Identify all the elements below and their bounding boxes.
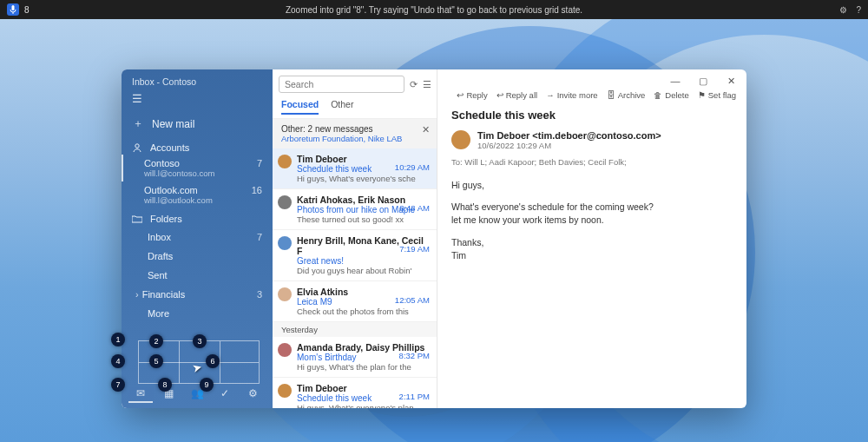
account-name: Contoso	[144, 158, 262, 168]
message-subject: Great news!	[297, 256, 430, 266]
reply-button[interactable]: ↩ Reply	[457, 90, 487, 100]
to-label: To:	[451, 157, 463, 167]
message-list-pane: ⟳ ☰ Focused Other Other: 2 new messages …	[273, 69, 437, 408]
folders-header[interactable]: Folders	[122, 208, 273, 226]
reply-all-label: Reply all	[506, 90, 537, 100]
message-actions: ↩ Reply ↩ Reply all → Invite more 🗄 Arch…	[437, 89, 746, 105]
folder-name: Sent	[148, 270, 168, 280]
grid-number[interactable]: 1	[111, 333, 125, 346]
folder-financials[interactable]: ›Financials3	[122, 285, 273, 304]
avatar	[278, 195, 292, 209]
account-contoso[interactable]: 7 Contoso will.l@contoso.com	[122, 155, 273, 181]
select-mode-icon[interactable]: ☰	[423, 79, 431, 89]
delete-label: Delete	[665, 90, 688, 100]
avatar	[278, 287, 292, 301]
grid-number[interactable]: 8	[158, 378, 172, 392]
window-title: Inbox - Contoso	[122, 69, 273, 90]
archive-label: Archive	[618, 90, 646, 100]
folder-drafts[interactable]: Drafts	[122, 247, 273, 266]
todo-icon[interactable]: ✓	[213, 387, 237, 403]
grid-number[interactable]: 7	[111, 378, 125, 392]
message-preview: Hi guys, What's the plan for the	[297, 362, 430, 372]
message-time: 2:11 PM	[399, 392, 430, 401]
message-item[interactable]: Amanda Brady, Daisy Phillips Mom's Birth…	[273, 337, 437, 378]
close-icon[interactable]: ✕	[422, 124, 430, 135]
menu-icon[interactable]: ☰	[122, 90, 273, 110]
svg-point-2	[135, 144, 139, 148]
mail-icon[interactable]: ✉	[128, 387, 153, 403]
reply-all-button[interactable]: ↩ Reply all	[496, 90, 537, 100]
voice-grid-indicator: 8	[24, 5, 30, 15]
folder-list: Inbox7 Drafts Sent ›Financials3 More	[122, 226, 273, 325]
account-name: Outlook.com	[144, 185, 262, 195]
message-item[interactable]: Elvia Atkins Leica M9 Check out the phot…	[273, 281, 437, 322]
new-mail-button[interactable]: ＋ New mail	[122, 110, 273, 137]
message-time: 12:05 AM	[395, 295, 430, 305]
account-count: 7	[257, 158, 262, 168]
refresh-icon[interactable]: ⟳	[410, 79, 418, 89]
desktop: 8 Zoomed into grid "8". Try saying "Undo…	[0, 0, 868, 442]
voice-access-bar: 8 Zoomed into grid "8". Try saying "Undo…	[0, 0, 868, 19]
message-item[interactable]: Tim Deboer Schedule this week Hi guys, W…	[273, 378, 437, 408]
help-icon[interactable]: ?	[856, 5, 861, 15]
sidebar-bottom-nav: ✉ ▦ 👥 ✓ ⚙	[122, 382, 273, 408]
avatar	[278, 384, 292, 398]
other-inbox-banner[interactable]: Other: 2 new messages Arboretum Foundati…	[273, 119, 437, 148]
sent-date: 10/6/2022 10:29 AM	[477, 141, 661, 150]
avatar	[278, 155, 292, 168]
person-icon	[132, 142, 142, 153]
plus-icon: ＋	[132, 116, 144, 131]
sender-name: Tim Deboer <tim.deboer@contoso.com>	[477, 130, 661, 141]
svg-rect-0	[12, 5, 15, 10]
message-preview: Hi guys, What's everyone's plan	[297, 403, 430, 408]
message-time: 8:32 PM	[399, 351, 430, 360]
folder-inbox[interactable]: Inbox7	[122, 228, 273, 247]
maximize-button[interactable]: ▢	[691, 73, 715, 89]
message-item[interactable]: Katri Ahokas, Erik Nason Photos from our…	[273, 189, 437, 230]
avatar	[278, 236, 292, 250]
settings-icon[interactable]: ⚙	[839, 5, 847, 15]
tab-focused[interactable]: Focused	[281, 99, 319, 115]
accounts-header[interactable]: Accounts	[122, 137, 273, 155]
message-time: 8:48 AM	[399, 203, 430, 213]
inbox-tabs: Focused Other	[273, 99, 437, 119]
sender-avatar	[451, 130, 470, 149]
grid-number[interactable]: 3	[193, 334, 207, 348]
account-outlook[interactable]: 16 Outlook.com will.l@outlook.com	[122, 181, 273, 208]
folder-name: More	[148, 308, 169, 319]
account-email: will.l@outlook.com	[144, 195, 262, 205]
grid-number[interactable]: 9	[200, 378, 214, 392]
folder-icon	[132, 214, 142, 223]
folder-name: Financials	[142, 289, 186, 300]
archive-button[interactable]: 🗄 Archive	[607, 90, 646, 100]
invite-more-button[interactable]: → Invite more	[546, 90, 598, 100]
tab-other[interactable]: Other	[331, 99, 353, 115]
folders-label: Folders	[150, 214, 182, 224]
message-header: Tim Deboer <tim.deboer@contoso.com> 10/6…	[451, 130, 733, 150]
search-input[interactable]	[279, 76, 404, 93]
message-preview: Check out the photos from this	[297, 307, 430, 316]
flag-button[interactable]: ⚑ Set flag	[698, 90, 736, 100]
other-banner-title: Other: 2 new messages	[281, 124, 428, 134]
reply-label: Reply	[466, 90, 487, 100]
folder-sent[interactable]: Sent	[122, 266, 273, 285]
close-button[interactable]: ✕	[719, 73, 743, 89]
minimize-button[interactable]: ―	[663, 73, 687, 89]
message-item[interactable]: Henry Brill, Mona Kane, Cecil F Great ne…	[273, 230, 437, 281]
message-item[interactable]: Tim Deboer Schedule this week Hi guys, W…	[273, 148, 437, 189]
voice-hint: Zoomed into grid "8". Try saying "Undo t…	[286, 5, 582, 15]
grid-number[interactable]: 5	[149, 354, 163, 368]
grid-number[interactable]: 6	[206, 354, 220, 368]
flag-label: Set flag	[708, 90, 736, 100]
grid-number[interactable]: 2	[149, 334, 163, 348]
microphone-icon[interactable]	[7, 3, 19, 16]
folder-more[interactable]: More	[122, 304, 273, 323]
body-line: Hi guys,	[451, 179, 733, 192]
avatar	[278, 343, 292, 357]
message-preview: Hi guys, What's everyone's sche	[297, 174, 430, 183]
settings-icon[interactable]: ⚙	[241, 387, 266, 403]
recipients-line: To: Will L; Aadi Kapoor; Beth Davies; Ce…	[451, 157, 733, 167]
grid-number[interactable]: 4	[111, 354, 125, 368]
message-preview: Did you guys hear about Robin'	[297, 266, 430, 275]
delete-button[interactable]: 🗑 Delete	[654, 90, 688, 100]
